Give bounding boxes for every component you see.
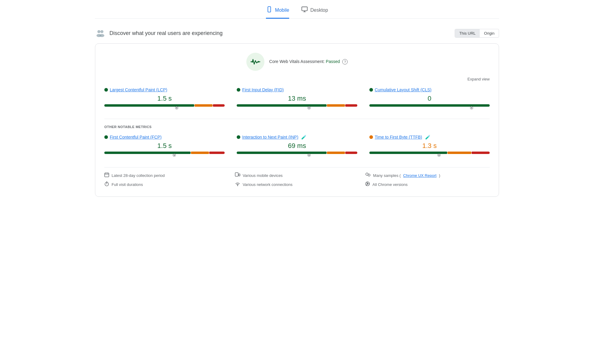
- svg-point-10: [258, 61, 259, 63]
- metric-lcp: Largest Contentful Paint (LCP) 1.5 s: [104, 87, 225, 113]
- metric-ttfb-value: 1.3 s: [369, 142, 490, 150]
- svg-rect-11: [105, 173, 109, 177]
- tab-desktop[interactable]: Desktop: [301, 6, 328, 19]
- metric-fid-value: 13 ms: [237, 95, 357, 102]
- this-url-button[interactable]: This URL: [455, 29, 480, 37]
- metric-cls-bar: [369, 104, 490, 111]
- metric-cls-label: Cumulative Layout Shift (CLS): [369, 87, 490, 92]
- fid-marker: [308, 107, 310, 109]
- desktop-icon: [301, 6, 308, 14]
- metric-lcp-dot: [104, 88, 108, 92]
- metric-lcp-label: Largest Contentful Paint (LCP): [104, 87, 225, 92]
- metric-fcp-value: 1.5 s: [104, 142, 225, 150]
- ttfb-seg-orange: [447, 152, 471, 154]
- cwv-header: Core Web Vitals Assessment: Passed ?: [104, 53, 490, 71]
- fcp-seg-green: [104, 152, 191, 154]
- svg-rect-2: [302, 7, 307, 11]
- footer-chrome-text: All Chrome versions: [372, 182, 407, 187]
- chrome-icon: [365, 181, 370, 187]
- metric-ttfb: Time to First Byte (TTFB) 🧪 1.3 s: [369, 135, 490, 160]
- metric-cls-value: 0: [369, 95, 490, 102]
- ttfb-marker-container: [369, 154, 490, 159]
- tab-desktop-label: Desktop: [310, 8, 328, 13]
- origin-button[interactable]: Origin: [480, 29, 499, 37]
- divider: [104, 119, 490, 119]
- svg-rect-16: [239, 174, 240, 176]
- metric-lcp-bar: [104, 104, 225, 111]
- other-metrics-label: OTHER NOTABLE METRICS: [104, 125, 490, 129]
- svg-point-8: [100, 34, 104, 37]
- real-users-title: Discover what your real users are experi…: [109, 30, 223, 36]
- fid-marker-container: [237, 107, 357, 111]
- footer-info: Latest 28-day collection period Various …: [104, 167, 490, 187]
- metric-fid-bar: [237, 104, 357, 111]
- metric-cls-dot: [369, 88, 373, 92]
- metric-inp-label: Interaction to Next Paint (INP) 🧪: [237, 135, 357, 140]
- ttfb-experiment-icon: 🧪: [425, 135, 430, 140]
- footer-chrome: All Chrome versions: [365, 181, 490, 187]
- metric-fid-label: First Input Delay (FID): [237, 87, 357, 92]
- ttfb-marker: [438, 154, 440, 156]
- fid-seg-green: [237, 104, 327, 107]
- fcp-seg-red: [209, 152, 225, 154]
- metric-ttfb-dot: [369, 135, 373, 139]
- fcp-marker-container: [104, 154, 225, 159]
- footer-collection-text: Latest 28-day collection period: [112, 173, 165, 178]
- inp-marker: [308, 154, 310, 156]
- fcp-seg-orange: [191, 152, 209, 154]
- samples-icon: [365, 172, 371, 178]
- metric-fcp-link[interactable]: First Contentful Paint (FCP): [110, 135, 162, 140]
- cwv-icon: [246, 53, 264, 71]
- metric-lcp-value: 1.5 s: [104, 95, 225, 102]
- metric-fcp-bar: [104, 152, 225, 159]
- cwv-status: Passed: [326, 59, 340, 64]
- stopwatch-icon: [104, 181, 109, 187]
- tab-mobile[interactable]: Mobile: [266, 6, 289, 19]
- svg-point-18: [368, 174, 370, 176]
- footer-duration-text: Full visit durations: [112, 182, 143, 187]
- footer-network: Various network connections: [235, 181, 359, 187]
- footer-collection: Latest 28-day collection period: [104, 172, 229, 178]
- metric-fid: First Input Delay (FID) 13 ms: [237, 87, 357, 113]
- cls-marker-circle: [470, 107, 473, 109]
- inp-seg-orange: [327, 152, 345, 154]
- ttfb-seg-green: [369, 152, 447, 154]
- calendar-icon: [104, 172, 109, 178]
- lcp-marker: [175, 107, 178, 109]
- lcp-seg-orange: [194, 104, 213, 107]
- inp-marker-container: [237, 154, 357, 159]
- ttfb-marker-circle: [438, 154, 440, 156]
- metric-ttfb-link[interactable]: Time to First Byte (TTFB): [375, 135, 422, 140]
- metric-inp-dot: [237, 135, 240, 139]
- fid-marker-circle: [308, 107, 310, 109]
- metric-fid-dot: [237, 88, 240, 92]
- svg-point-24: [367, 183, 368, 185]
- footer-samples-close: ): [439, 173, 440, 178]
- chrome-ux-link[interactable]: Chrome UX Report: [403, 173, 437, 178]
- tab-bar: Mobile Desktop: [95, 6, 499, 19]
- cls-seg-green: [369, 104, 490, 107]
- url-origin-toggle: This URL Origin: [455, 29, 499, 38]
- metrics-grid: Largest Contentful Paint (LCP) 1.5 s: [104, 87, 490, 113]
- real-users-left: Discover what your real users are experi…: [95, 28, 223, 39]
- cwv-help-icon[interactable]: ?: [342, 59, 348, 64]
- fcp-marker-circle: [173, 154, 175, 156]
- svg-point-22: [237, 185, 238, 186]
- footer-samples: Many samples (Chrome UX Report): [365, 172, 490, 178]
- metric-inp-bar: [237, 152, 357, 159]
- expand-view[interactable]: Expand view: [104, 77, 490, 81]
- footer-devices: Various mobile devices: [235, 172, 359, 178]
- users-avatar: [95, 28, 106, 39]
- metric-inp-link[interactable]: Interaction to Next Paint (INP): [242, 135, 298, 140]
- mobile-icon: [266, 6, 273, 14]
- svg-rect-0: [268, 7, 270, 12]
- footer-duration: Full visit durations: [104, 181, 229, 187]
- metric-lcp-link[interactable]: Largest Contentful Paint (LCP): [110, 87, 167, 92]
- cls-marker-container: [369, 107, 490, 111]
- metric-cls-link[interactable]: Cumulative Layout Shift (CLS): [375, 87, 431, 92]
- svg-point-9: [251, 61, 253, 63]
- metric-fid-link[interactable]: First Input Delay (FID): [242, 87, 284, 92]
- inp-experiment-icon: 🧪: [301, 135, 306, 140]
- real-users-header: Discover what your real users are experi…: [95, 28, 499, 39]
- fid-seg-red: [345, 104, 357, 107]
